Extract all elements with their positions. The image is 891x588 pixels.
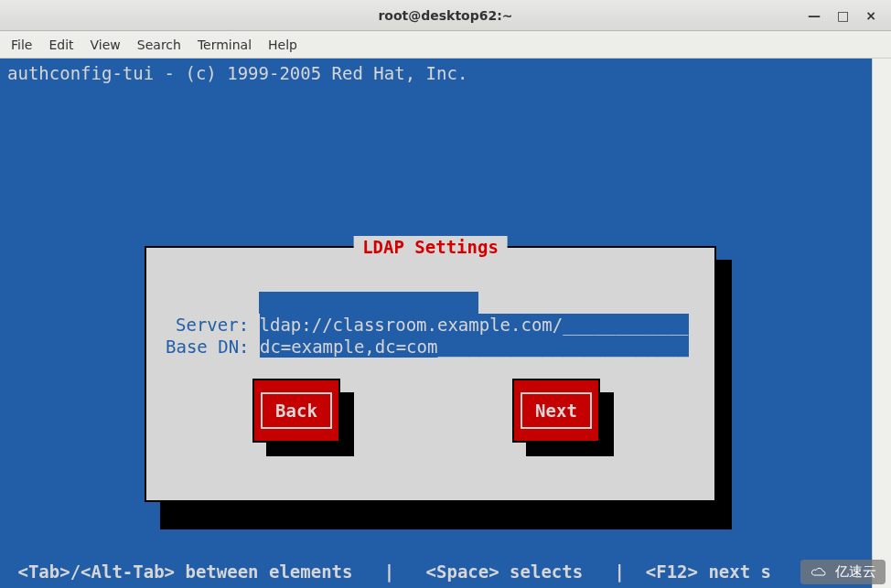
terminal-content: authconfig-tui - (c) 1999-2005 Red Hat, …: [0, 59, 872, 588]
menu-help[interactable]: Help: [268, 37, 297, 52]
maximize-icon[interactable]: □: [837, 8, 849, 23]
window-titlebar: root@desktop62:~ — □ ×: [0, 0, 891, 31]
base-dn-row: Base DN: dc=example,dc=com______________…: [166, 336, 689, 358]
window-controls: — □ ×: [808, 0, 886, 31]
base-dn-input[interactable]: dc=example,dc=com_______________________…: [260, 336, 689, 358]
use-tls-checkbox[interactable]: [*] Use TLS: [259, 292, 478, 314]
close-icon[interactable]: ×: [865, 8, 876, 23]
server-row: Server: ldap://classroom.example.com/___…: [176, 314, 689, 336]
menu-search[interactable]: Search: [137, 37, 181, 52]
back-button[interactable]: Back: [252, 379, 340, 443]
back-button-label: Back: [261, 392, 332, 429]
menubar: File Edit View Search Terminal Help: [0, 31, 891, 59]
base-dn-label: Base DN:: [166, 336, 260, 358]
menu-file[interactable]: File: [11, 37, 32, 52]
minimize-icon[interactable]: —: [808, 8, 821, 23]
watermark-text: 亿速云: [835, 563, 876, 581]
use-tls-row[interactable]: [*] Use TLS: [259, 292, 478, 314]
next-button-label: Next: [521, 392, 592, 429]
watermark: 亿速云: [800, 560, 886, 584]
tui-header: authconfig-tui - (c) 1999-2005 Red Hat, …: [7, 62, 467, 84]
terminal-scrollbar[interactable]: [872, 59, 891, 588]
menu-edit[interactable]: Edit: [48, 37, 73, 52]
menu-terminal[interactable]: Terminal: [198, 37, 252, 52]
window-title: root@desktop62:~: [378, 8, 512, 23]
terminal-area: authconfig-tui - (c) 1999-2005 Red Hat, …: [0, 59, 891, 588]
dialog-title: LDAP Settings: [353, 236, 508, 258]
tui-footer: <Tab>/<Alt-Tab> between elements | <Spac…: [7, 561, 771, 583]
next-button[interactable]: Next: [512, 379, 600, 443]
server-label: Server:: [176, 314, 260, 336]
server-input[interactable]: ldap://classroom.example.com/___________…: [260, 314, 689, 336]
cloud-icon: [810, 566, 830, 579]
ldap-settings-dialog: LDAP Settings [*] Use TLS Server: ldap:/…: [145, 246, 716, 502]
menu-view[interactable]: View: [91, 37, 121, 52]
